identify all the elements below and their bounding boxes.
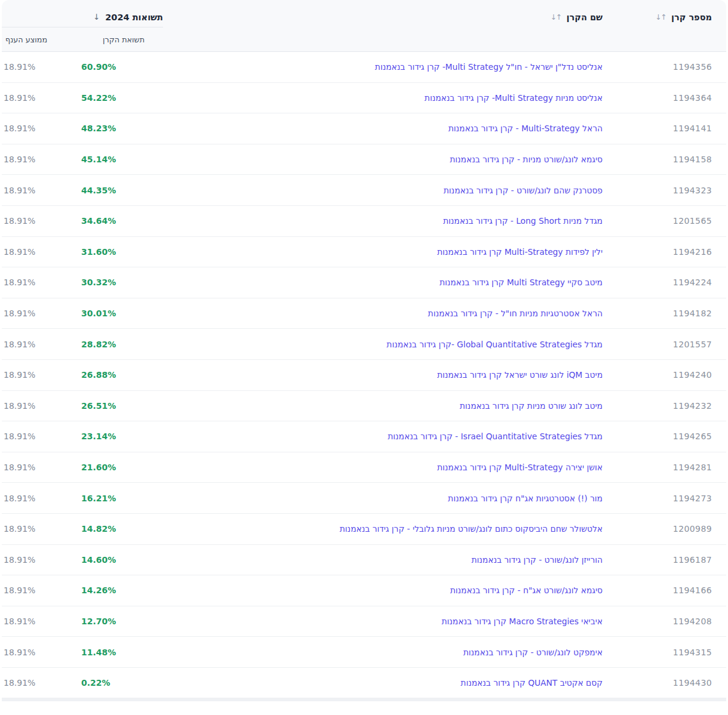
fund-return-cell: 11.48% <box>78 637 163 668</box>
fund-name-cell: פסטרנק שהם לונג/שורט - קרן גידור בנאמנות <box>163 175 603 206</box>
fund-number-value: 1194141 <box>673 124 712 133</box>
fund-number-value: 1194166 <box>673 585 712 595</box>
fund-return-cell: 14.60% <box>78 545 163 576</box>
industry-average-cell: 18.91% <box>2 575 78 606</box>
table-row: 1194356 אנליסט נדל"ן ישראל - חו"ל Multi … <box>2 52 726 83</box>
fund-return-cell: 30.01% <box>78 298 163 329</box>
industry-average-cell: 18.91% <box>2 514 78 545</box>
fund-name-link[interactable]: סיגמא לונג/שורט אג"ח - קרן גידור בנאמנות <box>450 585 603 595</box>
fund-name-link[interactable]: אושן יצירה Multi-Strategy קרן גידור בנאמ… <box>437 463 603 472</box>
industry-average-cell: 18.91% <box>2 298 78 329</box>
fund-name-cell: הראל אסטרטגיות מניות חו"ל - קרן גידור בנ… <box>163 298 603 329</box>
table-row: 1196187 הורייזן לונג/שורט - קרן גידור בנ… <box>2 545 726 576</box>
column-header-fund-number[interactable]: מספר קרן↑↓ <box>603 0 726 52</box>
fund-number-value: 1194240 <box>673 370 712 380</box>
returns-2024-header-label: תשואות 2024 <box>105 13 163 22</box>
table-row: 1194166 סיגמא לונג/שורט אג"ח - קרן גידור… <box>2 575 726 606</box>
table-row: 1194281 אושן יצירה Multi-Strategy קרן גי… <box>2 452 726 483</box>
table-row: 1194315 אימפקט לונג/שורט - קרן גידור בנא… <box>2 637 726 668</box>
fund-return-value: 26.88% <box>78 370 163 380</box>
fund-number-cell: 1196187 <box>603 545 726 576</box>
fund-number-value: 1194315 <box>673 648 712 657</box>
fund-name-cell: מיטב לונג שורט מניות קרן גידור בנאמנות <box>163 391 603 422</box>
fund-number-value: 1194232 <box>673 401 712 411</box>
fund-number-value: 1194216 <box>673 247 712 257</box>
industry-average-value: 18.91% <box>2 617 78 626</box>
industry-average-cell: 18.91% <box>2 113 78 144</box>
fund-name-link[interactable]: אנליסט מניות Multi Strategy- קרן גידור ב… <box>425 93 603 103</box>
fund-name-link[interactable]: הורייזן לונג/שורט - קרן גידור בנאמנות <box>471 555 603 565</box>
industry-average-value: 18.91% <box>2 278 78 287</box>
next-section-edge <box>2 698 726 701</box>
fund-return-value: 14.60% <box>78 555 163 565</box>
fund-number-cell: 1194141 <box>603 113 726 144</box>
fund-number-cell: 1194281 <box>603 452 726 483</box>
sort-descending-icon[interactable]: ↓ <box>93 12 100 21</box>
industry-average-cell: 18.91% <box>2 606 78 637</box>
fund-number-cell: 1194356 <box>603 52 726 83</box>
fund-number-cell: 1200989 <box>603 514 726 545</box>
industry-average-value: 18.91% <box>2 62 78 72</box>
industry-average-cell: 18.91% <box>2 360 78 391</box>
industry-average-cell: 18.91% <box>2 144 78 175</box>
fund-name-link[interactable]: מגדל Global Quantitative Strategies -קרן… <box>386 340 603 349</box>
fund-name-cell: מגדל מניות Long Short - קרן גידור בנאמנו… <box>163 206 603 237</box>
fund-name-link[interactable]: אימפקט לונג/שורט - קרן גידור בנאמנות <box>463 648 603 657</box>
fund-return-value: 14.26% <box>78 585 163 595</box>
industry-average-value: 18.91% <box>2 555 78 565</box>
fund-return-value: 45.14% <box>78 155 163 164</box>
fund-number-value: 1194208 <box>673 617 712 626</box>
industry-average-cell: 18.91% <box>2 637 78 668</box>
industry-average-value: 18.91% <box>2 186 78 195</box>
fund-number-value: 1194182 <box>673 309 712 318</box>
fund-return-cell: 16.21% <box>78 483 163 514</box>
fund-name-cell: מיטב iQM לונג שורט ישראל קרן גידור בנאמנ… <box>163 360 603 391</box>
fund-name-link[interactable]: הראל Multi-Strategy - קרן גידור בנאמנות <box>449 124 603 133</box>
fund-number-cell: 1194232 <box>603 391 726 422</box>
industry-average-value: 18.91% <box>2 401 78 411</box>
table-row: 1194240 מיטב iQM לונג שורט ישראל קרן גיד… <box>2 360 726 391</box>
fund-name-link[interactable]: מיטב iQM לונג שורט ישראל קרן גידור בנאמנ… <box>437 370 603 380</box>
fund-name-link[interactable]: מגדל מניות Long Short - קרן גידור בנאמנו… <box>443 216 603 226</box>
fund-name-link[interactable]: אנליסט נדל"ן ישראל - חו"ל Multi Strategy… <box>375 62 603 72</box>
fund-return-value: 60.90% <box>78 62 163 72</box>
fund-name-link[interactable]: מגדל Israel Quantitative Strategies - קר… <box>388 432 603 441</box>
fund-number-cell: 1194273 <box>603 483 726 514</box>
fund-name-link[interactable]: איביאי Macro Strategies קרן גידור בנאמנו… <box>442 617 603 626</box>
fund-name-link[interactable]: פסטרנק שהם לונג/שורט - קרן גידור בנאמנות <box>444 186 603 195</box>
fund-return-value: 23.14% <box>78 432 163 441</box>
table-row: 1194224 מיטב סקיי Multi Strategy קרן גיד… <box>2 267 726 298</box>
industry-average-cell: 18.91% <box>2 483 78 514</box>
industry-average-value: 18.91% <box>2 585 78 595</box>
industry-average-cell: 18.91% <box>2 545 78 576</box>
table-row: 1201565 מגדל מניות Long Short - קרן גידו… <box>2 206 726 237</box>
fund-name-link[interactable]: ילין לפידות Multi-Strategy קרן גידור בנא… <box>437 247 603 257</box>
industry-average-cell: 18.91% <box>2 52 78 83</box>
fund-name-link[interactable]: סיגמא לונג/שורט מניות - קרן גידור בנאמנו… <box>450 155 603 164</box>
fund-number-value: 1194224 <box>673 278 712 287</box>
industry-average-value: 18.91% <box>2 370 78 380</box>
fund-return-value: 0.22% <box>78 678 163 688</box>
table-row: 1194232 מיטב לונג שורט מניות קרן גידור ב… <box>2 391 726 422</box>
fund-name-link[interactable]: קסם אקטיב QUANT קרן גידור בנאמנות <box>460 678 603 688</box>
table-body: 1194356 אנליסט נדל"ן ישראל - חו"ל Multi … <box>2 52 726 698</box>
column-header-industry-average: ממוצע הענף <box>2 27 78 52</box>
column-header-fund-name[interactable]: שם הקרן↑↓ <box>163 0 603 52</box>
industry-average-cell: 18.91% <box>2 329 78 360</box>
fund-name-link[interactable]: מור (!) אסטרטגיות אג"ח קרן גידור בנאמנות <box>448 494 603 503</box>
table-row: 1194216 ילין לפידות Multi-Strategy קרן ג… <box>2 237 726 268</box>
column-header-returns-2024[interactable]: תשואות 2024↓ <box>2 0 163 27</box>
table-row: 1194182 הראל אסטרטגיות מניות חו"ל - קרן … <box>2 298 726 329</box>
fund-name-link[interactable]: אלטשולר שחם היביסקוס כתום לונג/שורט מניו… <box>340 524 603 534</box>
fund-name-link[interactable]: מיטב לונג שורט מניות קרן גידור בנאמנות <box>460 401 603 411</box>
industry-average-value: 18.91% <box>2 93 78 103</box>
fund-return-cell: 12.70% <box>78 606 163 637</box>
sort-both-icon[interactable]: ↑↓ <box>551 13 561 21</box>
fund-return-subheader-label: תשואת הקרן <box>103 35 145 44</box>
main-header-row: מספר קרן↑↓ שם הקרן↑↓ תשואות 2024↓ <box>2 0 726 27</box>
fund-name-link[interactable]: מיטב סקיי Multi Strategy קרן גידור בנאמנ… <box>440 278 603 287</box>
fund-number-value: 1194323 <box>673 186 712 195</box>
fund-return-cell: 34.64% <box>78 206 163 237</box>
fund-name-link[interactable]: הראל אסטרטגיות מניות חו"ל - קרן גידור בנ… <box>428 309 603 318</box>
sort-both-icon[interactable]: ↑↓ <box>655 13 666 21</box>
